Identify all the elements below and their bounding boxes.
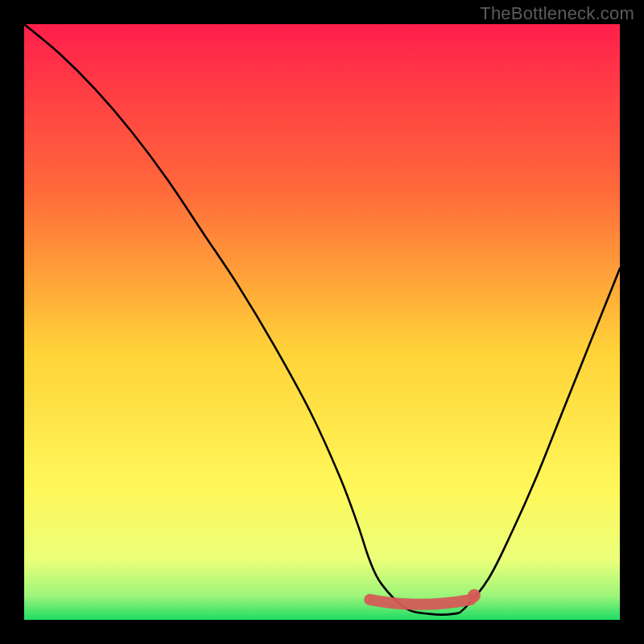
svg-point-0 [468,589,481,602]
chart-frame: TheBottleneck.com [0,0,644,644]
chart-svg [24,24,620,620]
watermark-text: TheBottleneck.com [480,3,634,24]
chart-background [24,24,620,620]
plot-area [24,24,620,620]
